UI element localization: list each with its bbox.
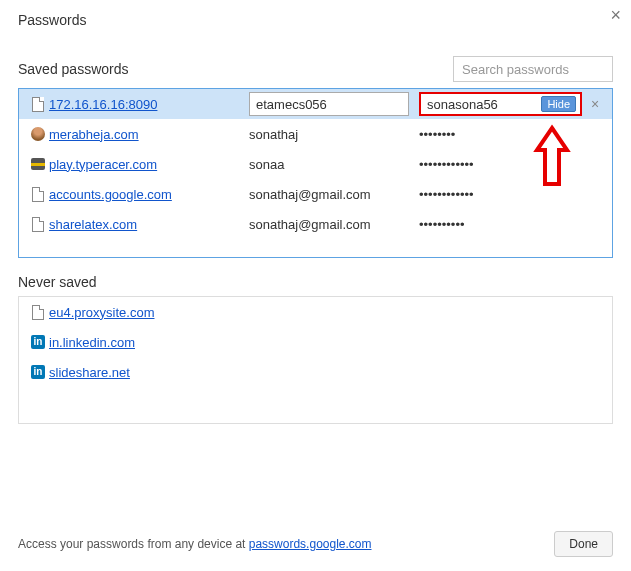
hide-button[interactable]: Hide [541, 96, 576, 112]
username-text: sonathaj@gmail.com [249, 217, 419, 232]
password-row[interactable]: merabheja.com sonathaj •••••••• [19, 119, 612, 149]
site-link[interactable]: accounts.google.com [49, 187, 172, 202]
password-row[interactable]: play.typeracer.com sonaa •••••••••••• [19, 149, 612, 179]
site-link[interactable]: eu4.proxysite.com [49, 305, 155, 320]
username-text: sonaa [249, 157, 419, 172]
never-saved-row[interactable]: eu4.proxysite.com [19, 297, 612, 327]
site-link[interactable]: sharelatex.com [49, 217, 137, 232]
password-row[interactable]: 172.16.16.16:8090 sonasona56 Hide × [19, 89, 612, 119]
close-icon[interactable]: × [610, 6, 621, 24]
site-avatar-icon [27, 127, 49, 141]
site-typeracer-icon [27, 158, 49, 170]
never-saved-heading: Never saved [18, 274, 613, 290]
password-revealed-field[interactable]: sonasona56 Hide [419, 92, 582, 116]
password-mask: •••••••••••• [419, 157, 604, 172]
password-mask: •••••••••••• [419, 187, 604, 202]
footer-text: Access your passwords from any device at… [18, 537, 372, 551]
password-row[interactable]: sharelatex.com sonathaj@gmail.com ••••••… [19, 209, 612, 239]
page-title: Passwords [18, 12, 613, 28]
site-document-icon [27, 217, 49, 232]
password-plaintext: sonasona56 [427, 97, 498, 112]
search-input[interactable] [453, 56, 613, 82]
site-document-icon [27, 97, 49, 112]
never-saved-panel: eu4.proxysite.com in in.linkedin.com in … [18, 296, 613, 424]
username-input[interactable] [249, 92, 409, 116]
password-mask: •••••••••• [419, 217, 604, 232]
done-button[interactable]: Done [554, 531, 613, 557]
password-mask: •••••••• [419, 127, 604, 142]
site-document-icon [27, 187, 49, 202]
username-text: sonathaj [249, 127, 419, 142]
saved-passwords-heading: Saved passwords [18, 61, 129, 77]
password-row[interactable]: accounts.google.com sonathaj@gmail.com •… [19, 179, 612, 209]
never-saved-row[interactable]: in slideshare.net [19, 357, 612, 387]
site-link[interactable]: merabheja.com [49, 127, 139, 142]
site-link[interactable]: in.linkedin.com [49, 335, 135, 350]
never-saved-row[interactable]: in in.linkedin.com [19, 327, 612, 357]
passwords-google-link[interactable]: passwords.google.com [249, 537, 372, 551]
delete-entry-icon[interactable]: × [586, 96, 604, 112]
site-link[interactable]: 172.16.16.16:8090 [49, 97, 157, 112]
site-linkedin-icon: in [27, 365, 49, 379]
saved-passwords-panel: 172.16.16.16:8090 sonasona56 Hide × mera… [18, 88, 613, 258]
site-link[interactable]: play.typeracer.com [49, 157, 157, 172]
site-linkedin-icon: in [27, 335, 49, 349]
site-link[interactable]: slideshare.net [49, 365, 130, 380]
site-document-icon [27, 305, 49, 320]
username-text: sonathaj@gmail.com [249, 187, 419, 202]
